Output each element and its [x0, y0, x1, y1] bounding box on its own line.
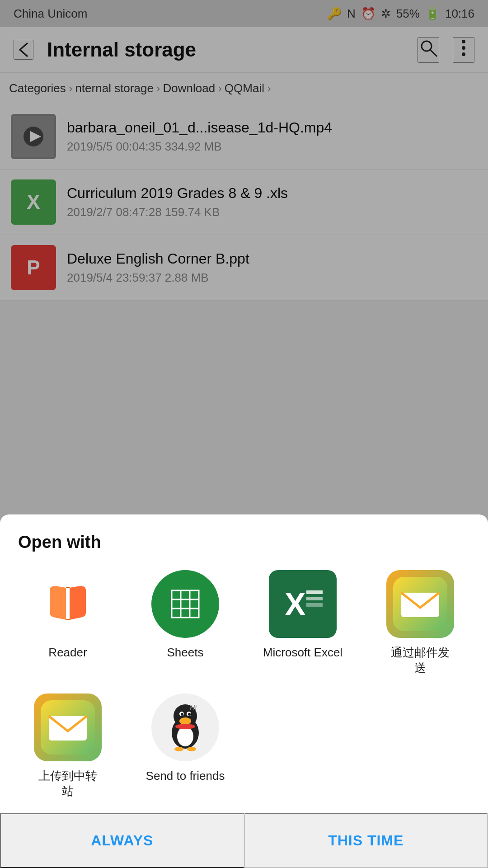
sheet-title: Open with [0, 514, 488, 566]
svg-point-24 [177, 726, 193, 746]
app-qq-friends[interactable]: Hi Send to friends [127, 693, 244, 799]
svg-text:Hi: Hi [190, 704, 197, 712]
upload-mail-icon [34, 693, 102, 761]
svg-rect-9 [172, 590, 199, 618]
always-button[interactable]: ALWAYS [0, 813, 244, 868]
reader-icon [34, 570, 102, 638]
svg-rect-16 [306, 590, 323, 594]
excel-icon: X [269, 570, 337, 638]
sheet-buttons: ALWAYS THIS TIME [0, 813, 488, 868]
sheets-label: Sheets [167, 645, 204, 660]
reader-label: Reader [48, 645, 87, 660]
svg-rect-17 [306, 597, 323, 600]
sheets-icon [151, 570, 219, 638]
qqmail-send-icon [386, 570, 454, 638]
svg-point-26 [179, 717, 191, 725]
svg-point-31 [175, 724, 195, 729]
this-time-button[interactable]: THIS TIME [244, 813, 488, 868]
app-sheets[interactable]: Sheets [127, 570, 244, 676]
app-excel[interactable]: X Microsoft Excel [244, 570, 361, 676]
app-qqmail-send[interactable]: 通过邮件发送 [361, 570, 479, 676]
app-grid: Reader Sheets X [0, 566, 488, 808]
open-with-sheet: Open with Reader [0, 514, 488, 868]
svg-point-32 [174, 747, 183, 751]
qqmail-send-label: 通过邮件发送 [391, 645, 450, 676]
qq-friends-label: Send to friends [146, 769, 225, 784]
svg-point-29 [181, 713, 183, 716]
svg-text:X: X [285, 587, 306, 622]
svg-point-30 [188, 713, 191, 716]
app-reader[interactable]: Reader [9, 570, 127, 676]
upload-mail-label: 上传到中转站 [38, 769, 97, 799]
app-upload-mail[interactable]: 上传到中转站 [9, 693, 127, 799]
svg-point-33 [187, 747, 196, 751]
qq-icon: Hi [151, 693, 219, 761]
excel-label: Microsoft Excel [263, 645, 343, 660]
svg-rect-18 [306, 603, 323, 607]
